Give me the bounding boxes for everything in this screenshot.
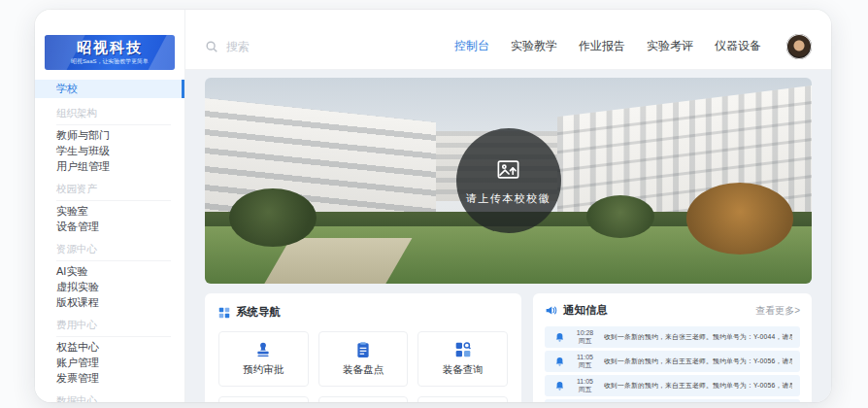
bell-icon <box>552 355 566 368</box>
notification-time: 10:28 周五 <box>572 329 598 346</box>
system-nav-title: 系统导航 <box>236 305 281 320</box>
sidebar: 昭视科技 昭视SaaS，让实验教学更简单 学校 组织架构 教师与部门 学生与班级… <box>35 10 185 402</box>
sidebar-item-ai-experiment[interactable]: AI实验 <box>35 263 184 279</box>
topbar: 控制台 实验教学 作业报告 实验考评 仪器设备 <box>185 10 831 70</box>
sidebar-item-school[interactable]: 学校 <box>35 80 184 98</box>
notification-time: 11:05 周五 <box>572 378 598 394</box>
nav-card-approval[interactable]: 预约审批 <box>218 331 309 387</box>
system-nav-card: 系统导航 预约审批 <box>205 293 521 402</box>
search-input[interactable] <box>224 39 345 54</box>
nav-card-label: 预约审批 <box>243 363 284 377</box>
tab-instruments[interactable]: 仪器设备 <box>715 38 761 54</box>
upload-badge-button[interactable]: 请上传本校校徽 <box>456 128 561 233</box>
sidebar-item-user-groups[interactable]: 用户组管理 <box>35 158 184 174</box>
search-box[interactable] <box>205 39 345 54</box>
notification-row[interactable]: 11:05 周五 收到一条新的预约，来自王五老师。预约单号为：Y-0056，请尽… <box>545 375 800 396</box>
notification-row[interactable]: 10:28 周五 收到一条新的预约，来自张三老师。预约单号为：Y-0044，请尽… <box>545 326 800 348</box>
nav-card-label: 装备查询 <box>443 363 484 377</box>
notification-text: 收到一条新的预约，来自王五老师。预约单号为：Y-0056，请尽快处理。 <box>604 381 792 391</box>
sidebar-item-virtual-experiment[interactable]: 虚拟实验 <box>35 279 184 294</box>
notifications-card: 通知信息 查看更多> 10:28 <box>533 293 812 402</box>
brand-logo: 昭视科技 昭视SaaS，让实验教学更简单 <box>45 35 175 70</box>
tab-experiment-eval[interactable]: 实验考评 <box>647 38 693 54</box>
grid-search-icon <box>454 341 472 358</box>
stamp-icon <box>254 341 272 358</box>
search-icon <box>205 40 218 53</box>
tab-experiment-teaching[interactable]: 实验教学 <box>511 38 557 54</box>
main-area: 控制台 实验教学 作业报告 实验考评 仪器设备 <box>185 10 831 402</box>
sidebar-section-data-center: 数据中心 <box>56 394 171 402</box>
top-tabs: 控制台 实验教学 作业报告 实验考评 仪器设备 <box>454 38 761 54</box>
sidebar-section-organization: 组织架构 <box>56 107 171 125</box>
brand-tagline: 昭视SaaS，让实验教学更简单 <box>54 57 165 65</box>
campus-banner: 请上传本校校徽 <box>205 78 812 284</box>
sidebar-section-campus-assets: 校园资产 <box>56 183 171 201</box>
sidebar-item-teachers-departments[interactable]: 教师与部门 <box>35 127 184 143</box>
sidebar-menu: 学校 组织架构 教师与部门 学生与班级 用户组管理 校园资产 实验室 设备管理 … <box>35 80 184 402</box>
clipboard-icon <box>354 341 372 358</box>
tab-console[interactable]: 控制台 <box>454 38 489 54</box>
upload-badge-label: 请上传本校校徽 <box>466 191 551 206</box>
sidebar-item-students-classes[interactable]: 学生与班级 <box>35 143 184 158</box>
notification-time: 11:05 周五 <box>572 354 598 370</box>
nav-card-row2-c[interactable] <box>417 396 508 402</box>
sidebar-item-benefits-center[interactable]: 权益中心 <box>35 339 184 355</box>
nav-card-query[interactable]: 装备查询 <box>417 331 508 387</box>
nav-card-row2-a[interactable] <box>218 396 309 402</box>
notification-row[interactable]: 11:05 周五 收到一条新的预约，来自王五老师。预约单号为：Y-0056，请尽… <box>545 399 800 402</box>
nav-card-row2-b[interactable] <box>318 396 409 402</box>
tree-left <box>229 188 317 247</box>
grid-icon <box>218 307 230 319</box>
bell-icon <box>552 330 566 344</box>
user-avatar[interactable] <box>786 34 812 59</box>
sidebar-item-equipment-mgmt[interactable]: 设备管理 <box>35 219 184 234</box>
sidebar-section-billing-center: 费用中心 <box>56 319 171 337</box>
notification-row[interactable]: 11:05 周五 收到一条新的预约，来自王五老师。预约单号为：Y-0056，请尽… <box>545 351 800 372</box>
sidebar-section-resource-center: 资源中心 <box>56 243 171 261</box>
view-more-link[interactable]: 查看更多> <box>755 304 800 318</box>
tree-right <box>686 183 793 255</box>
notification-list: 10:28 周五 收到一条新的预约，来自张三老师。预约单号为：Y-0044，请尽… <box>545 326 800 402</box>
sidebar-item-licensed-courses[interactable]: 版权课程 <box>35 294 184 310</box>
content-area: 请上传本校校徽 系统导 <box>185 70 831 402</box>
nav-card-label: 装备盘点 <box>343 363 384 377</box>
image-upload-icon <box>495 156 521 183</box>
tree-middle <box>586 195 654 238</box>
sidebar-item-account-mgmt[interactable]: 账户管理 <box>35 355 184 370</box>
notifications-title: 通知信息 <box>563 303 608 318</box>
app-window: 昭视科技 昭视SaaS，让实验教学更简单 学校 组织架构 教师与部门 学生与班级… <box>35 10 831 402</box>
nav-card-inventory[interactable]: 装备盘点 <box>318 331 409 387</box>
bell-icon <box>552 379 566 392</box>
speaker-icon <box>545 304 557 317</box>
notification-text: 收到一条新的预约，来自张三老师。预约单号为：Y-0044，请尽快处理。 <box>604 332 792 342</box>
system-nav-grid: 预约审批 <box>218 331 508 402</box>
tab-homework-report[interactable]: 作业报告 <box>579 38 625 54</box>
sidebar-item-invoice-mgmt[interactable]: 发票管理 <box>35 370 184 386</box>
brand-title: 昭视科技 <box>45 38 175 56</box>
sidebar-item-labs[interactable]: 实验室 <box>35 203 184 219</box>
notification-text: 收到一条新的预约，来自王五老师。预约单号为：Y-0056，请尽快处理。 <box>604 357 792 366</box>
notification-time: 11:05 周五 <box>572 402 598 403</box>
